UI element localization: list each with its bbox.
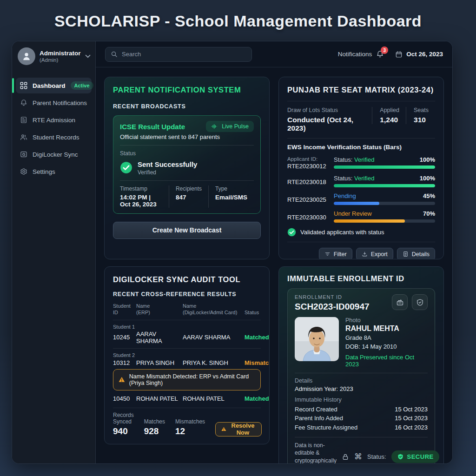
sidebar-item-label: DigiLocker Sync xyxy=(33,151,78,158)
details-button[interactable]: Details xyxy=(397,248,435,259)
page-title: SCHOLARISP - School Management Dashboard xyxy=(0,0,476,30)
sidebar-item-digilocker-sync[interactable]: DigiLocker Sync xyxy=(16,146,92,162)
enrollment-id-label: ENROLLMENT ID xyxy=(295,294,370,300)
history-row: Parent Info Added 15 Oct 2023 xyxy=(295,414,428,423)
locker-icon xyxy=(20,151,27,158)
applied-stat: Applied 1,240 xyxy=(372,107,406,124)
sidebar-item-label: Dashboard xyxy=(33,82,66,89)
sidebar-item-settings[interactable]: Settings xyxy=(16,164,92,179)
rte-matrix-card: PUNJAB RTE SEAT MATRIX (2023-24) Draw of… xyxy=(278,77,444,259)
status-badge: Matched xyxy=(245,333,270,342)
photo-label: Photo xyxy=(345,317,428,324)
enrollment-card: IMMUTABLE ENROLLMENT ID ENROLLMENT ID SC… xyxy=(278,266,444,464)
broadcast-title: ICSE Result Update xyxy=(120,123,185,131)
sidebar-item-label: RTE Admission xyxy=(33,117,75,124)
card-title: PUNJAB RTE SEAT MATRIX (2023-24) xyxy=(287,86,435,94)
sidebar-item-rte-admission[interactable]: RTE Admission xyxy=(16,112,92,128)
secure-badge: SECURE xyxy=(391,450,439,463)
profile-name: Administrator xyxy=(40,50,81,58)
grid-icon xyxy=(20,82,27,89)
validated-footnote: Validated applicants with status xyxy=(287,228,435,237)
export-button[interactable]: Export xyxy=(356,248,393,259)
gear-icon xyxy=(20,168,27,175)
search-input[interactable] xyxy=(122,51,246,58)
create-broadcast-button[interactable]: Create New Broadcast xyxy=(113,222,261,239)
mismatches-stat: Mismatches 12 xyxy=(175,418,205,436)
history-row: Fee Structure Assigned 16 Oct 2023 xyxy=(295,423,428,432)
date-label: Oct 26, 2023 xyxy=(406,51,443,58)
recent-broadcasts-heading: RECENT BROADCASTS xyxy=(113,103,261,110)
notifications-label: Notifications xyxy=(338,51,372,58)
warning-icon xyxy=(221,425,226,433)
table-row[interactable]: 10450 ROHAN PATEL ROHAN PATEL Matched xyxy=(113,395,261,403)
digilocker-card: DIGILOCKER SYNC AUDIT TOOL RECENT CROSS-… xyxy=(104,266,270,444)
student-dob: DOB: 14 May 2010 xyxy=(345,343,428,351)
broadcast-description: Official statement sent to 847 parents xyxy=(120,133,254,140)
document-icon xyxy=(20,116,27,124)
progress-bar xyxy=(334,184,435,187)
archive-button[interactable] xyxy=(392,294,408,310)
broadcast-item[interactable]: ICSE Result Update Live Pulse Official s… xyxy=(113,115,261,214)
live-pulse-badge[interactable]: Live Pulse xyxy=(206,121,254,132)
status-label: Status: xyxy=(367,453,386,460)
date-display[interactable]: Oct 26, 2023 xyxy=(395,51,443,58)
chevron-down-icon xyxy=(85,54,91,58)
sidebar-nav: Dashboard Active Parent Notifications RT… xyxy=(12,78,95,179)
status-badge: Mismatch xyxy=(245,359,270,367)
parent-notification-card: PARENT NOTIFICATION SYSTEM RECENT BROADC… xyxy=(104,77,270,259)
progress-bar xyxy=(334,219,435,223)
shield-check-icon xyxy=(416,298,424,306)
warning-text: Name Mismatch Detected: ERP vs Admit Car… xyxy=(129,373,255,386)
mismatch-warning-banner: Name Mismatch Detected: ERP vs Admit Car… xyxy=(113,369,261,390)
filter-button[interactable]: Filter xyxy=(319,248,352,259)
check-circle-icon xyxy=(120,161,132,174)
search-icon xyxy=(111,51,118,58)
bell-icon[interactable]: 3 xyxy=(376,50,384,58)
draw-status-stat: Draw of Lots Status Conducted (Oct 24, 2… xyxy=(287,107,372,132)
main-area: Notifications 3 Oct 26, 2023 PARENT NOTI… xyxy=(96,41,452,463)
status-label: Status xyxy=(120,150,254,157)
sidebar-item-label: Parent Notifications xyxy=(33,99,87,106)
profile-role: (Admin) xyxy=(40,57,81,63)
sidebar-item-parent-notifications[interactable]: Parent Notifications xyxy=(16,95,92,111)
calendar-icon xyxy=(395,51,403,58)
filter-icon xyxy=(324,251,331,257)
history-label: Immutable History xyxy=(295,397,428,403)
avatar xyxy=(18,47,35,65)
card-title: DIGILOCKER SYNC AUDIT TOOL xyxy=(113,275,261,284)
admission-year: Admission Year: 2023 xyxy=(295,385,428,392)
content: PARENT NOTIFICATION SYSTEM RECENT BROADC… xyxy=(96,67,452,464)
sidebar: Administrator (Admin) Dashboard Active P… xyxy=(12,41,96,463)
meta-timestamp: Timestamp 14:02 PM | Oct 26, 2023 xyxy=(120,185,169,208)
status-badge: Matched xyxy=(245,395,270,403)
records-synced-stat: Records Synced 940 xyxy=(113,412,134,436)
resolve-now-button[interactable]: Resolve Now xyxy=(215,422,262,436)
lock-icon xyxy=(342,453,349,461)
applicant-row: RTE20230030 Under Review 70% xyxy=(287,210,435,223)
crypto-key-icon: ⌘ xyxy=(354,452,362,462)
seat-stats: Draw of Lots Status Conducted (Oct 24, 2… xyxy=(287,107,435,132)
table-row[interactable]: Student 1 10245 AARAV SHARMA AARAV SHARM… xyxy=(113,324,261,344)
enrollment-id-card: ENROLLMENT ID SCH2023-ID00947 xyxy=(287,288,435,464)
sidebar-item-student-records[interactable]: Student Records xyxy=(16,129,92,145)
sidebar-item-dashboard[interactable]: Dashboard Active xyxy=(16,78,92,93)
cross-reference-heading: RECENT CROSS-REFERENCE RESULTS xyxy=(113,291,261,298)
sync-summary: Records Synced 940 Matches 928 Mismatche… xyxy=(113,412,261,436)
person-icon xyxy=(21,51,32,61)
check-circle-icon xyxy=(287,228,296,237)
student-photo xyxy=(295,317,339,361)
profile-menu[interactable]: Administrator (Admin) xyxy=(12,41,95,71)
app-window: Administrator (Admin) Dashboard Active P… xyxy=(12,41,453,464)
active-badge: Active xyxy=(71,81,93,90)
enrollment-id-value: SCH2023-ID00947 xyxy=(295,302,370,312)
card-title: PARENT NOTIFICATION SYSTEM xyxy=(113,86,261,94)
notifications-button[interactable]: Notifications 3 xyxy=(338,50,384,58)
table-row[interactable]: Student 2 10312 PRIYA SINGH PRIYA K. SIN… xyxy=(113,352,261,367)
warning-icon xyxy=(119,376,125,383)
status-sub: Verified xyxy=(138,169,197,176)
archive-icon xyxy=(396,298,404,306)
shield-check-button[interactable] xyxy=(412,294,428,310)
history-row: Record Created 15 Oct 2023 xyxy=(295,405,428,414)
search-box[interactable] xyxy=(105,47,252,62)
meta-recipients: Recipients 847 xyxy=(169,185,208,208)
